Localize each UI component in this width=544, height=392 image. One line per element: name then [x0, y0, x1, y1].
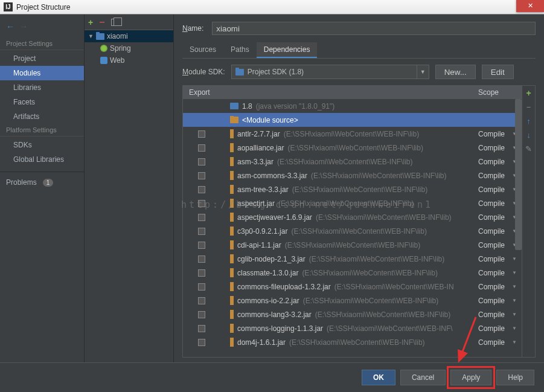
dep-row-jar[interactable]: c3p0-0.9.2.1.jar (E:\SSH\xiaomi\WebConte… [183, 224, 522, 238]
scope-select[interactable]: Compile▼ [478, 227, 519, 236]
move-up-icon[interactable]: ↑ [526, 117, 531, 126]
add-dep-icon[interactable]: + [526, 88, 531, 98]
scope-select[interactable]: Compile▼ [478, 144, 519, 152]
sidebar-item-facets[interactable]: Facets [0, 95, 84, 109]
sidebar-item-modules[interactable]: Modules [0, 66, 84, 80]
scope-select[interactable]: Compile▼ [478, 338, 519, 347]
export-checkbox[interactable] [198, 325, 205, 332]
export-checkbox[interactable] [198, 242, 205, 249]
dep-row-module-source[interactable]: <Module source> [183, 113, 522, 127]
dep-row-jar[interactable]: antlr-2.7.7.jar (E:\SSH\xiaomi\WebConten… [183, 127, 522, 141]
scope-select[interactable]: Compile▼ [478, 185, 519, 194]
dep-row-jar[interactable]: commons-fileupload-1.3.2.jar (E:\SSH\xia… [183, 280, 522, 294]
module-source-label: <Module source> [242, 116, 298, 124]
tab-sources[interactable]: Sources [182, 42, 223, 58]
copy-module-icon[interactable] [111, 19, 118, 26]
scope-select[interactable]: Compile▼ [478, 158, 519, 166]
ok-button[interactable]: OK [362, 370, 395, 385]
scope-select[interactable]: Compile▼ [478, 255, 519, 263]
module-content: Name: Sources Paths Dependencies Module … [174, 14, 544, 362]
col-export[interactable]: Export [183, 88, 219, 97]
dep-row-jar[interactable]: cglib-nodep-2.1_3.jar (E:\SSH\xiaomi\Web… [183, 252, 522, 266]
export-checkbox[interactable] [198, 297, 205, 304]
export-checkbox[interactable] [198, 255, 205, 263]
dep-row-jar[interactable]: commons-logging-1.1.3.jar (E:\SSH\xiaomi… [183, 321, 522, 335]
expand-icon[interactable]: ▼ [88, 33, 94, 39]
module-sdk-select[interactable]: Project SDK (1.8) ▼ [231, 65, 429, 79]
export-checkbox[interactable] [198, 311, 205, 318]
scope-select[interactable]: Compile▼ [478, 199, 519, 208]
dep-row-jar[interactable]: aspectjrt.jar (E:\SSH\xiaomi\WebContent\… [183, 196, 522, 210]
sidebar-item-artifacts[interactable]: Artifacts [0, 109, 84, 124]
dep-row-jar[interactable]: asm-commons-3.3.jar (E:\SSH\xiaomi\WebCo… [183, 169, 522, 182]
dep-row-jar[interactable]: cdi-api-1.1.jar (E:\SSH\xiaomi\WebConten… [183, 238, 522, 252]
scope-select[interactable]: Compile▼ [478, 172, 519, 180]
tree-spring-label: Spring [110, 44, 131, 53]
col-scope[interactable]: Scope [478, 88, 522, 97]
dep-row-jar[interactable]: asm-3.3.jar (E:\SSH\xiaomi\WebContent\WE… [183, 155, 522, 169]
export-checkbox[interactable] [198, 144, 205, 152]
scope-select[interactable]: Compile▼ [478, 310, 519, 319]
sidebar-item-project[interactable]: Project [0, 51, 84, 66]
export-checkbox[interactable] [198, 269, 205, 277]
remove-module-icon[interactable]: − [99, 17, 104, 28]
jar-icon [230, 296, 234, 305]
export-checkbox[interactable] [198, 228, 205, 235]
sidebar-item-sdks[interactable]: SDKs [0, 138, 84, 152]
tab-paths[interactable]: Paths [223, 42, 257, 58]
sdk-edit-button[interactable]: Edit [482, 65, 514, 79]
forward-icon[interactable]: → [19, 22, 28, 31]
scrollbar[interactable] [515, 99, 522, 250]
tree-root-module[interactable]: ▼ xiaomi [85, 30, 173, 42]
apply-button[interactable]: Apply [450, 370, 491, 385]
dep-row-jar[interactable]: aopalliance.jar (E:\SSH\xiaomi\WebConten… [183, 141, 522, 155]
export-checkbox[interactable] [198, 339, 205, 346]
dialog-footer: OK Cancel Apply Help [0, 362, 544, 391]
add-module-icon[interactable]: + [88, 18, 93, 27]
export-checkbox[interactable] [198, 186, 205, 193]
scope-select[interactable]: Compile▼ [478, 297, 519, 305]
scope-select[interactable]: Compile▼ [478, 269, 519, 277]
close-button[interactable] [516, 0, 544, 12]
sidebar-item-global-libraries[interactable]: Global Libraries [0, 152, 84, 167]
scope-select[interactable]: Compile▼ [478, 324, 519, 333]
sdk-new-button[interactable]: New... [435, 65, 476, 79]
jar-name: asm-3.3.jar [237, 158, 274, 166]
help-button[interactable]: Help [496, 370, 534, 385]
tab-dependencies[interactable]: Dependencies [257, 42, 318, 58]
window-title: Project Structure [16, 3, 70, 11]
dep-row-jar[interactable]: commons-lang3-3.2.jar (E:\SSH\xiaomi\Web… [183, 307, 522, 321]
dep-row-sdk[interactable]: 1.8 (java version "1.8.0_91") [183, 99, 522, 113]
export-checkbox[interactable] [198, 130, 205, 138]
dep-row-jar[interactable]: dom4j-1.6.1.jar (E:\SSH\xiaomi\WebConten… [183, 335, 522, 349]
jar-icon [230, 338, 234, 347]
cancel-button[interactable]: Cancel [400, 370, 446, 385]
scope-select[interactable]: Compile▼ [478, 130, 519, 138]
export-checkbox[interactable] [198, 283, 205, 291]
export-checkbox[interactable] [198, 214, 205, 221]
edit-dep-icon[interactable]: ✎ [525, 144, 532, 153]
tree-item-web[interactable]: Web [85, 54, 173, 66]
back-icon[interactable]: ← [6, 22, 14, 31]
dep-row-jar[interactable]: classmate-1.3.0.jar (E:\SSH\xiaomi\WebCo… [183, 266, 522, 280]
export-checkbox[interactable] [198, 158, 205, 165]
source-folder-icon [230, 117, 238, 123]
move-down-icon[interactable]: ↓ [526, 130, 531, 140]
module-name-input[interactable] [212, 22, 536, 35]
dep-row-jar[interactable]: asm-tree-3.3.jar (E:\SSH\xiaomi\WebConte… [183, 182, 522, 196]
export-checkbox[interactable] [198, 200, 205, 207]
jar-name: commons-lang3-3.2.jar [237, 310, 312, 319]
sidebar-item-problems[interactable]: Problems 1 [0, 172, 84, 193]
dep-row-jar[interactable]: commons-io-2.2.jar (E:\SSH\xiaomi\WebCon… [183, 294, 522, 307]
scope-select[interactable]: Compile▼ [478, 241, 519, 249]
jar-icon [230, 268, 234, 277]
scope-select[interactable]: Compile▼ [478, 283, 519, 291]
sidebar-item-libraries[interactable]: Libraries [0, 80, 84, 95]
jar-name: asm-commons-3.3.jar [237, 172, 307, 180]
jar-icon [230, 227, 234, 236]
remove-dep-icon[interactable]: − [526, 103, 531, 112]
dep-row-jar[interactable]: aspectjweaver-1.6.9.jar (E:\SSH\xiaomi\W… [183, 210, 522, 224]
export-checkbox[interactable] [198, 172, 205, 179]
tree-item-spring[interactable]: Spring [85, 42, 173, 54]
scope-select[interactable]: Compile▼ [478, 213, 519, 222]
